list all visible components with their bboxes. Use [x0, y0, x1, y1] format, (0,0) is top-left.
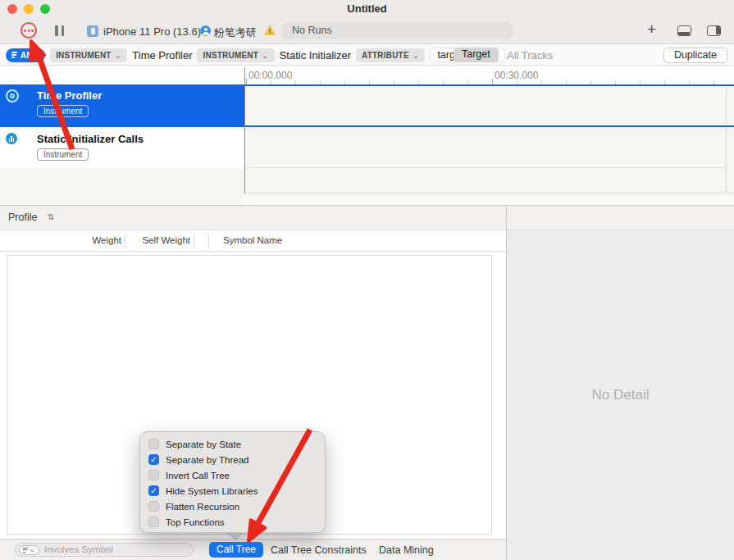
sort-icon[interactable]: ⇅	[48, 212, 54, 221]
timeline-ruler[interactable]: 00:00.000 00:30.000	[0, 66, 734, 84]
title-bar: Untitled	[0, 0, 734, 18]
option-separate-by-thread[interactable]: ✓Separate by Thread	[148, 452, 248, 467]
column-divider[interactable]	[125, 234, 125, 248]
toolbar: iPhone 11 Pro (13.6) › 粉笔考研 ! No Runs +	[0, 18, 734, 44]
target-scope-button[interactable]: Target	[454, 48, 499, 62]
track-name: Time Profiler	[37, 89, 102, 102]
run-status-text: No Runs	[292, 25, 332, 36]
track-lane-area[interactable]	[245, 84, 734, 193]
checkbox[interactable]	[148, 517, 159, 527]
instrument-badge: Instrument	[37, 148, 89, 161]
run-status-field[interactable]: No Runs	[282, 22, 513, 39]
no-detail-placeholder: No Detail	[507, 387, 734, 403]
window-title: Untitled	[0, 2, 734, 15]
filter-menu-icon[interactable]: ⌄	[19, 545, 39, 555]
instrument-token-2[interactable]: INSTRUMENT ⌄	[197, 48, 274, 62]
track-name: Static Initializer Calls	[37, 133, 144, 145]
checkbox[interactable]: ✓	[148, 485, 159, 496]
ruler-label-30: 00:30.000	[495, 70, 538, 81]
attribute-token[interactable]: ATTRIBUTE ⌄	[356, 48, 425, 62]
track-row-static-initializer[interactable]: Static Initializer Calls Instrument	[0, 127, 244, 168]
option-hide-system-libraries[interactable]: ✓Hide System Libraries	[148, 483, 258, 499]
add-instrument-button[interactable]: +	[647, 20, 656, 39]
detail-pane-header: Profile ⇅	[0, 205, 734, 230]
checkbox[interactable]: ✓	[148, 454, 159, 465]
toggle-right-panel-icon[interactable]	[707, 25, 721, 36]
chevron-down-icon: ⌄	[115, 51, 122, 60]
symbol-filter-field[interactable]: ⌄ Involves Symbol	[15, 543, 194, 557]
any-filter-label: ANY	[21, 51, 38, 60]
filter-lines-icon	[11, 52, 17, 58]
checkbox[interactable]	[148, 501, 159, 512]
tab-call-tree-constraints[interactable]: Call Tree Constraints	[271, 544, 367, 556]
static-initializer-icon	[6, 133, 17, 144]
instrument-token-1-value[interactable]: Time Profiler	[132, 49, 192, 61]
selected-track-bottom-border	[244, 125, 734, 127]
lane-right-border	[726, 84, 727, 193]
column-weight[interactable]: Weight	[74, 235, 121, 245]
tab-data-mining[interactable]: Data Mining	[379, 544, 434, 556]
extended-detail-panel: No Detail	[507, 230, 734, 560]
track-list-empty-area	[0, 168, 244, 205]
checkbox[interactable]	[148, 439, 159, 449]
table-column-header: Weight Self Weight Symbol Name	[0, 230, 506, 252]
option-separate-by-state[interactable]: Separate by State	[148, 436, 241, 452]
chevron-down-icon: ⌄	[262, 51, 269, 60]
column-divider[interactable]	[194, 234, 194, 248]
app-icon[interactable]	[200, 25, 211, 36]
chevron-down-icon: ⌄	[413, 51, 420, 60]
all-tracks-label[interactable]: All Tracks	[507, 49, 553, 61]
call-tree-options-popover: Separate by State ✓Separate by Thread In…	[139, 431, 326, 533]
tab-call-tree[interactable]: Call Tree	[209, 542, 263, 558]
ruler-tick	[246, 79, 247, 84]
column-symbol-name[interactable]: Symbol Name	[223, 235, 282, 245]
instrument-token-1[interactable]: INSTRUMENT ⌄	[50, 48, 127, 62]
option-flatten-recursion[interactable]: Flatten Recursion	[148, 499, 239, 514]
toggle-bottom-panel-icon[interactable]	[677, 25, 691, 36]
lane-row-divider	[245, 167, 726, 168]
lane-footer-area	[245, 193, 734, 205]
token-type-label: INSTRUMENT	[203, 51, 258, 60]
ruler-tick	[492, 79, 493, 84]
instrument-badge: Instrument	[37, 105, 89, 117]
ruler-label-0: 00:00.000	[248, 70, 292, 81]
column-divider[interactable]	[208, 234, 209, 248]
chevron-right-icon: ›	[191, 25, 194, 37]
checkbox[interactable]	[148, 470, 159, 480]
bottom-bar: ⌄ Involves Symbol Call Tree Call Tree Co…	[0, 539, 506, 560]
track-filter-bar: ANY INSTRUMENT ⌄ Time Profiler INSTRUMEN…	[0, 44, 734, 66]
pause-icon[interactable]	[55, 25, 64, 36]
warning-icon[interactable]: !	[264, 25, 276, 35]
filter-placeholder: Involves Symbol	[44, 544, 113, 554]
panel-divider[interactable]	[506, 205, 507, 560]
time-profiler-icon	[6, 89, 19, 102]
column-self-weight[interactable]: Self Weight	[131, 235, 190, 245]
token-type-label: ATTRIBUTE	[362, 51, 409, 60]
device-icon[interactable]	[87, 25, 98, 37]
any-filter-pill[interactable]: ANY	[6, 48, 45, 62]
target-app-selector[interactable]: 粉笔考研	[214, 25, 257, 40]
option-invert-call-tree[interactable]: Invert Call Tree	[148, 467, 230, 483]
profile-pane-title[interactable]: Profile	[8, 212, 37, 223]
device-selector[interactable]: iPhone 11 Pro (13.6)	[103, 25, 201, 38]
track-head-divider[interactable]	[244, 67, 245, 193]
token-type-label: INSTRUMENT	[56, 51, 112, 60]
selected-track-top-border	[244, 84, 734, 86]
option-top-functions[interactable]: Top Functions	[148, 514, 225, 530]
instrument-token-2-value[interactable]: Static Initializer	[280, 49, 351, 61]
duplicate-button[interactable]: Duplicate	[663, 48, 727, 63]
record-icon[interactable]	[21, 22, 37, 39]
track-row-time-profiler[interactable]: Time Profiler Instrument	[0, 84, 244, 127]
